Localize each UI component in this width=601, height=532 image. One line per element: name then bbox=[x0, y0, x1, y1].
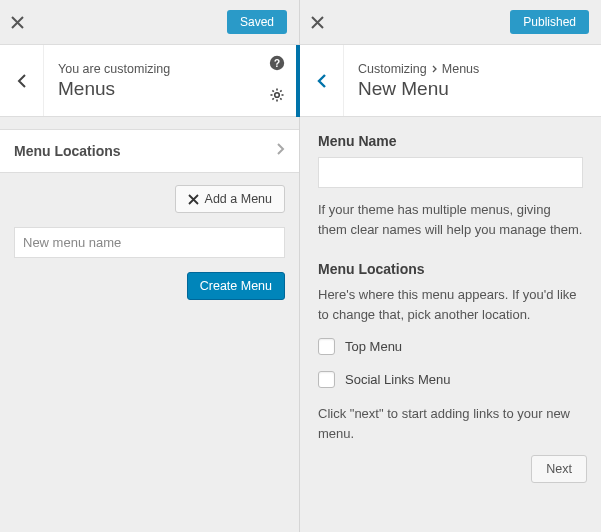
page-title: New Menu bbox=[358, 78, 587, 100]
back-button[interactable] bbox=[0, 45, 44, 116]
checkbox-icon bbox=[318, 371, 335, 388]
next-button[interactable]: Next bbox=[531, 455, 587, 483]
breadcrumb-separator-icon bbox=[432, 65, 437, 73]
help-icon[interactable]: ? bbox=[269, 55, 285, 74]
breadcrumb: Customizing Menus bbox=[358, 62, 587, 76]
menu-locations-label: Menu Locations bbox=[14, 143, 121, 159]
checkbox-social-links-menu[interactable]: Social Links Menu bbox=[318, 371, 583, 388]
chevron-right-icon bbox=[276, 141, 285, 161]
gear-icon[interactable] bbox=[269, 87, 285, 106]
breadcrumb-root: Customizing bbox=[358, 62, 427, 76]
customizing-label: You are customizing bbox=[58, 62, 285, 76]
checkbox-label: Top Menu bbox=[345, 339, 402, 354]
menu-name-input[interactable] bbox=[318, 157, 583, 188]
menu-locations-item[interactable]: Menu Locations bbox=[0, 129, 299, 173]
create-menu-button[interactable]: Create Menu bbox=[187, 272, 285, 300]
saved-button[interactable]: Saved bbox=[227, 10, 287, 34]
close-icon[interactable] bbox=[8, 13, 26, 31]
menu-name-heading: Menu Name bbox=[318, 133, 583, 149]
svg-line-8 bbox=[280, 98, 281, 99]
page-title: Menus bbox=[58, 78, 285, 100]
menu-locations-help: Here's where this menu appears. If you'd… bbox=[318, 285, 583, 324]
back-button[interactable] bbox=[300, 45, 344, 116]
close-x-icon bbox=[188, 194, 199, 205]
breadcrumb-parent: Menus bbox=[442, 62, 480, 76]
new-menu-name-input[interactable] bbox=[14, 227, 285, 258]
add-menu-label: Add a Menu bbox=[205, 192, 272, 206]
svg-line-7 bbox=[272, 90, 273, 91]
svg-point-2 bbox=[275, 93, 280, 98]
svg-line-10 bbox=[272, 98, 273, 99]
next-help: Click "next" to start adding links to yo… bbox=[318, 404, 583, 443]
close-icon[interactable] bbox=[308, 13, 326, 31]
published-button[interactable]: Published bbox=[510, 10, 589, 34]
menu-locations-heading: Menu Locations bbox=[318, 261, 583, 277]
svg-line-9 bbox=[280, 90, 281, 91]
svg-text:?: ? bbox=[274, 58, 280, 69]
checkbox-top-menu[interactable]: Top Menu bbox=[318, 338, 583, 355]
add-menu-button[interactable]: Add a Menu bbox=[175, 185, 285, 213]
menu-name-help: If your theme has multiple menus, giving… bbox=[318, 200, 583, 239]
checkbox-icon bbox=[318, 338, 335, 355]
checkbox-label: Social Links Menu bbox=[345, 372, 451, 387]
